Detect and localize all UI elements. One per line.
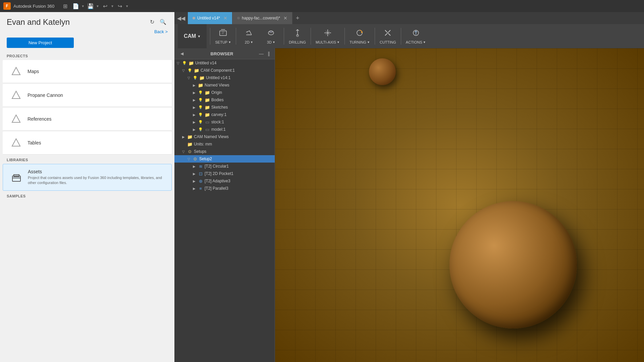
tree-label-16: [T2] Adaptive3 [205,179,273,183]
tab-happy-fac[interactable]: happy-fac...covered)* ✕ [232,12,292,24]
tool-actions[interactable]: ACTIONS ▼ [403,27,429,46]
viewport[interactable] [275,48,644,362]
app-title: Autodesk Fusion 360 [13,4,54,9]
tool-multiaxis[interactable]: MULTI-AXIS ▼ [313,27,342,46]
tree-item-5[interactable]: ▶ 💡 📁 Bodies [174,96,275,104]
tool-drilling[interactable]: DRILLING [286,27,309,46]
project-icon-tables [9,136,23,149]
tree-arrow-10: ▶ [181,135,186,139]
tree-label-10: CAM Named Views [194,134,273,139]
tool-3d[interactable]: 3D ▼ [260,27,282,46]
tree-label-15: [T2] 2D Pocket1 [205,171,273,176]
svg-rect-3 [220,31,226,36]
library-item-assets[interactable]: Assets Project that contains assets used… [3,164,172,191]
3d-icon [266,28,276,40]
tree-item-1[interactable]: ▽ 💡 📁 CAM Component:1 [174,67,275,74]
svg-rect-8 [387,32,389,34]
project-item-references[interactable]: References [3,108,172,131]
tree-arrow-17: ▶ [192,187,197,190]
tab-dot-1 [237,17,240,19]
tree-item-13[interactable]: ▽ ⚙ Setup2 [174,155,275,163]
tree-item-0[interactable]: ▽ 💡 📁 Untitled v14 [174,59,275,67]
tree-arrow-2: ▽ [186,76,191,80]
project-icon-maps [9,65,23,78]
project-name-maps: Maps [28,69,39,74]
tree-arrow-16: ▶ [192,179,197,183]
box-icon-8: ▭ [205,119,210,125]
tree-item-6[interactable]: ▶ 💡 📁 Sketches [174,104,275,111]
tree-label-13: Setup2 [199,157,273,161]
op-icon-16: ⊛ [198,178,203,184]
tool-label-cutting: CUTTING [380,40,396,44]
tool-2d[interactable]: 2D ▼ [238,27,260,46]
folder-icon-11: 📁 [187,141,193,147]
tree-arrow-15: ▶ [192,172,197,176]
tree-label-17: [T2] Parallel3 [205,186,273,191]
tree-item-17[interactable]: ▶ ≡ [T2] Parallel3 [174,185,275,192]
browser-minus-button[interactable]: — [258,50,265,57]
browser-pause-button[interactable]: ‖ [266,50,271,57]
project-name-tables: Tables [28,140,41,145]
tab-collapse-button[interactable]: ◀◀ [174,15,188,21]
search-button[interactable]: 🔍 [158,17,168,26]
file-arrow[interactable]: ▼ [81,4,85,8]
tree-item-4[interactable]: ▶ 💡 📁 Origin [174,89,275,96]
tree-item-9[interactable]: ▶ 💡 ▭ model:1 [174,126,275,133]
tab-untitled-v14[interactable]: Untitled v14* ✕ [188,12,232,24]
browser-sidebar: ◀ BROWSER — ‖ ▽ 💡 📁 Untitled v14 [174,48,275,362]
cam-button[interactable]: CAM ▼ [180,24,205,48]
tree-item-12[interactable]: ▽ ⚙ Setups [174,148,275,155]
folder-icon-3: 📁 [198,82,203,88]
grid-button[interactable]: ⊞ [60,1,70,11]
project-icon-references [9,112,23,126]
undo-button[interactable]: ↩ [101,1,110,11]
tree-label-1: CAM Component:1 [201,68,273,73]
top-bar: F Autodesk Fusion 360 ⊞ 📄 ▼ 💾 ▼ ↩ ▼ ↪ ▼ [0,0,644,12]
project-item-propane[interactable]: Propane Cannon [3,84,172,107]
redo-button[interactable]: ↪ [115,1,125,11]
eye-icon-2: 💡 [193,75,198,80]
tree-arrow-3: ▶ [192,83,197,87]
tool-setup[interactable]: SETUP ▼ [212,27,234,46]
tool-label-actions: ACTIONS ▼ [406,40,426,44]
tool-turning[interactable]: TURNING ▼ [347,27,373,46]
tree-item-11[interactable]: 📁 Units: mm [174,140,275,148]
tab-close-1[interactable]: ✕ [283,15,287,21]
project-item-tables[interactable]: Tables [3,131,172,155]
left-panel: Evan and Katelyn ↻ 🔍 Back > New Project … [0,12,174,362]
tree-item-8[interactable]: ▶ 💡 ▭ stock:1 [174,118,275,126]
tree-arrow-6: ▶ [192,106,197,109]
drilling-icon [293,28,302,40]
back-link[interactable]: Back > [154,29,168,34]
tree-item-16[interactable]: ▶ ⊛ [T2] Adaptive3 [174,177,275,185]
eye-icon-7: 💡 [198,112,203,117]
project-item-maps[interactable]: Maps [3,60,172,83]
tab-add-button[interactable]: + [292,15,303,22]
tree-item-7[interactable]: ▶ 💡 📁 carvey:1 [174,111,275,118]
refresh-button[interactable]: ↻ [149,17,156,26]
separator-4 [344,28,345,45]
folder-icon-13: ⚙ [193,156,198,162]
file-button[interactable]: 📄 [71,1,80,11]
tool-label-drilling: DRILLING [289,40,306,44]
eye-icon-8: 💡 [198,119,203,125]
tree-item-15[interactable]: ▶ ⊡ [T2] 2D Pocket1 [174,170,275,177]
tab-close-0[interactable]: ✕ [223,15,227,21]
new-project-button[interactable]: New Project [7,38,74,48]
tree-item-2[interactable]: ▽ 💡 📁 Untitled v14:1 [174,74,275,81]
browser-collapse-button[interactable]: ◀ [178,51,186,56]
undo-arrow[interactable]: ▼ [111,4,114,8]
tree-item-10[interactable]: ▶ 📁 CAM Named Views [174,133,275,140]
tree-item-3[interactable]: ▶ 📁 Named Views [174,81,275,89]
box-icon-9: ▭ [205,127,210,132]
save-button[interactable]: 💾 [86,1,95,11]
tool-cutting[interactable]: CUTTING [377,27,399,46]
folder-icon-2: 📁 [199,75,205,80]
samples-section-label: SAMPLES [0,191,174,199]
project-name-propane: Propane Cannon [28,93,63,98]
sphere-3d [449,201,577,328]
save-arrow[interactable]: ▼ [96,4,99,8]
redo-arrow[interactable]: ▼ [125,4,129,8]
tree-item-14[interactable]: ▶ ≋ [T2] Circular1 [174,163,275,170]
cam-arrow: ▼ [197,35,201,38]
